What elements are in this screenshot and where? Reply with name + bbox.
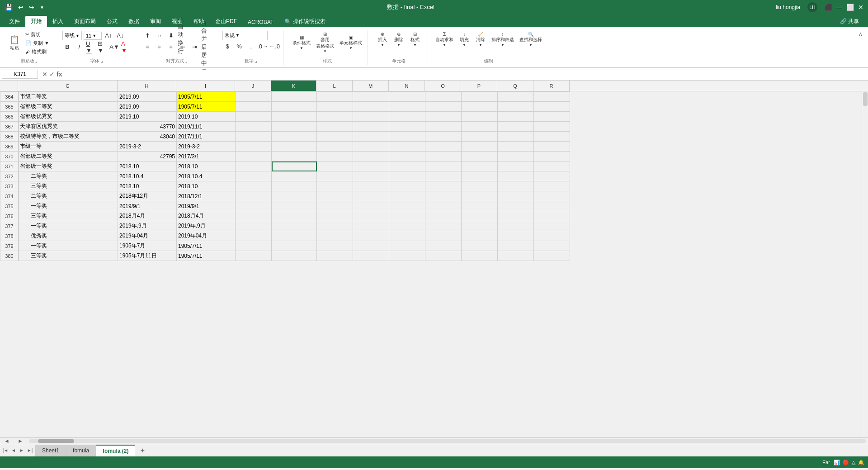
cell-r-365[interactable] bbox=[534, 102, 570, 112]
cell-n-380[interactable] bbox=[389, 251, 425, 261]
format-painter-button[interactable]: 🖌 格式刷 bbox=[24, 48, 51, 56]
cell-q-369[interactable] bbox=[498, 142, 534, 152]
row-number[interactable]: 372 bbox=[0, 171, 19, 181]
cell-p-364[interactable] bbox=[462, 92, 498, 102]
cell-i-380[interactable]: 1905/7/11 bbox=[177, 251, 236, 261]
cell-l-368[interactable] bbox=[317, 132, 353, 142]
cell-p-367[interactable] bbox=[462, 122, 498, 132]
decrease-decimal-btn[interactable]: ←.0 bbox=[269, 42, 279, 52]
col-header-j[interactable]: J bbox=[235, 81, 271, 91]
cell-i-371[interactable]: 2018.10 bbox=[177, 161, 236, 171]
row-number[interactable]: 379 bbox=[0, 241, 19, 251]
cell-o-380[interactable] bbox=[425, 251, 462, 261]
cell-style-btn[interactable]: ▣单元格样式▼ bbox=[338, 34, 364, 51]
increase-decimal-btn[interactable]: .0→ bbox=[258, 42, 268, 52]
cell-q-372[interactable] bbox=[498, 171, 534, 181]
font-color-button[interactable]: A ▼ bbox=[121, 42, 131, 52]
cell-m-366[interactable] bbox=[353, 112, 389, 122]
cell-j-378[interactable] bbox=[236, 231, 272, 241]
cell-n-371[interactable] bbox=[389, 161, 425, 171]
conditional-format-btn[interactable]: ▦条件格式▼ bbox=[291, 34, 312, 51]
cell-r-370[interactable] bbox=[534, 152, 570, 161]
cell-g-373[interactable]: 三等奖 bbox=[19, 181, 118, 191]
cell-m-372[interactable] bbox=[353, 171, 389, 181]
font-name-selector[interactable]: 等线 ▼ bbox=[62, 31, 82, 40]
cell-h-376[interactable]: 2018月4月 bbox=[118, 211, 177, 221]
insert-btn[interactable]: ⊕插入▼ bbox=[375, 31, 390, 48]
formula-input[interactable] bbox=[64, 70, 866, 78]
maximize-button[interactable]: ⬜ bbox=[846, 4, 854, 11]
scroll-right-btn[interactable]: ► bbox=[18, 438, 23, 444]
row-number[interactable]: 371 bbox=[0, 161, 19, 171]
cell-p-369[interactable] bbox=[462, 142, 498, 152]
cell-i-377[interactable]: 2019年.9月 bbox=[177, 221, 236, 231]
cell-q-376[interactable] bbox=[498, 211, 534, 221]
tab-page-layout[interactable]: 页面布局 bbox=[69, 16, 101, 27]
cell-m-371[interactable] bbox=[353, 161, 389, 171]
cell-n-369[interactable] bbox=[389, 142, 425, 152]
cell-r-379[interactable] bbox=[534, 241, 570, 251]
cell-l-375[interactable] bbox=[317, 201, 353, 211]
cell-g-367[interactable]: 天津赛区优秀奖 bbox=[19, 122, 118, 132]
row-number[interactable]: 373 bbox=[0, 181, 19, 191]
currency-btn[interactable]: $ bbox=[222, 42, 232, 52]
row-number[interactable]: 378 bbox=[0, 231, 19, 241]
cell-j-380[interactable] bbox=[236, 251, 272, 261]
cell-k-374[interactable] bbox=[272, 191, 317, 201]
cell-l-378[interactable] bbox=[317, 231, 353, 241]
next-sheet-btn[interactable]: ► bbox=[18, 447, 25, 454]
cell-r-377[interactable] bbox=[534, 221, 570, 231]
cell-p-380[interactable] bbox=[462, 251, 498, 261]
cell-r-369[interactable] bbox=[534, 142, 570, 152]
cell-l-372[interactable] bbox=[317, 171, 353, 181]
col-header-o[interactable]: O bbox=[425, 81, 461, 91]
cell-l-380[interactable] bbox=[317, 251, 353, 261]
cell-i-374[interactable]: 2018/12/1 bbox=[177, 191, 236, 201]
cell-o-371[interactable] bbox=[425, 161, 462, 171]
cell-k-369[interactable] bbox=[272, 142, 317, 152]
cell-j-367[interactable] bbox=[236, 122, 272, 132]
cell-l-371[interactable] bbox=[317, 161, 353, 171]
cell-q-378[interactable] bbox=[498, 231, 534, 241]
cell-j-373[interactable] bbox=[236, 181, 272, 191]
cell-h-371[interactable]: 2018.10 bbox=[118, 161, 177, 171]
cell-p-370[interactable] bbox=[462, 152, 498, 161]
cell-l-369[interactable] bbox=[317, 142, 353, 152]
align-bottom-btn[interactable]: ⬇ bbox=[166, 31, 176, 41]
col-header-g[interactable]: G bbox=[18, 81, 118, 91]
cell-l-370[interactable] bbox=[317, 152, 353, 161]
status-icon-2[interactable]: 🔴 bbox=[843, 460, 849, 465]
tab-fomula2[interactable]: fomula (2) bbox=[96, 445, 135, 456]
row-number[interactable]: 380 bbox=[0, 251, 19, 261]
cell-i-373[interactable]: 2018.10 bbox=[177, 181, 236, 191]
cell-n-365[interactable] bbox=[389, 102, 425, 112]
cell-n-364[interactable] bbox=[389, 92, 425, 102]
cell-k-371[interactable] bbox=[272, 161, 317, 171]
cell-reference-input[interactable]: K371 bbox=[2, 70, 38, 79]
cell-m-369[interactable] bbox=[353, 142, 389, 152]
cell-m-377[interactable] bbox=[353, 221, 389, 231]
col-header-h[interactable]: H bbox=[118, 81, 176, 91]
cell-g-376[interactable]: 三等奖 bbox=[19, 211, 118, 221]
cell-h-367[interactable]: 43770 bbox=[118, 122, 177, 132]
cell-g-380[interactable]: 三等奖 bbox=[19, 251, 118, 261]
col-header-r[interactable]: R bbox=[533, 81, 570, 91]
cell-h-377[interactable]: 2019年.9月 bbox=[118, 221, 177, 231]
row-number[interactable]: 377 bbox=[0, 221, 19, 231]
cell-q-368[interactable] bbox=[498, 132, 534, 142]
cell-g-374[interactable]: 二等奖 bbox=[19, 191, 118, 201]
status-icon-3[interactable]: △ bbox=[852, 460, 855, 465]
cell-n-378[interactable] bbox=[389, 231, 425, 241]
number-format-selector[interactable]: 常规 ▼ bbox=[222, 31, 268, 40]
find-select-btn[interactable]: 🔍查找和选择▼ bbox=[518, 31, 544, 48]
col-header-l[interactable]: L bbox=[316, 81, 353, 91]
cell-j-364[interactable] bbox=[236, 92, 272, 102]
add-sheet-button[interactable]: + bbox=[137, 445, 148, 456]
col-header-n[interactable]: N bbox=[389, 81, 425, 91]
cell-o-367[interactable] bbox=[425, 122, 462, 132]
cell-l-367[interactable] bbox=[317, 122, 353, 132]
row-number[interactable]: 376 bbox=[0, 211, 19, 221]
prev-sheet-btn[interactable]: ◄ bbox=[10, 447, 17, 454]
cell-q-380[interactable] bbox=[498, 251, 534, 261]
align-top-btn[interactable]: ⬆ bbox=[142, 31, 152, 41]
